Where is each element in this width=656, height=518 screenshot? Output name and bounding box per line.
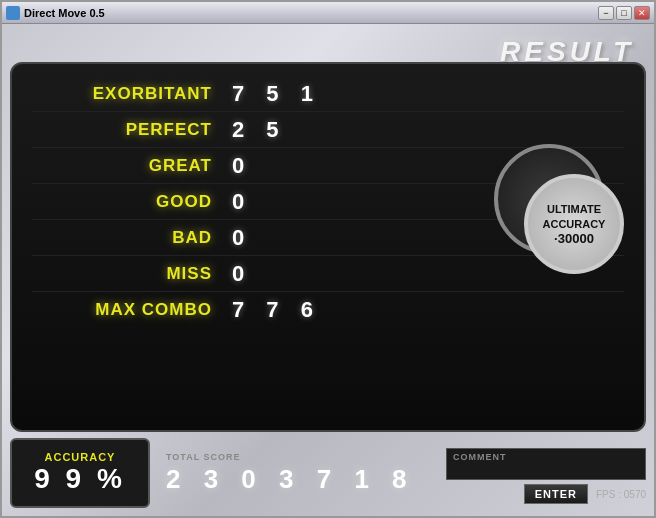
badge-inner-value: ·30000 — [554, 231, 594, 246]
badge-inner: ULTIMATEACCURACY ·30000 — [524, 174, 624, 274]
scoreboard: EXORBITANT 7 5 1 PERFECT 2 5 GREAT 0 GOO… — [10, 62, 646, 432]
total-score-section: TOTAL SCORE 2 3 0 3 7 1 8 — [150, 438, 446, 508]
app-icon — [6, 6, 20, 20]
score-row: MAX COMBO 7 7 6 — [32, 292, 624, 328]
accuracy-label: ACCURACY — [45, 451, 116, 463]
total-score-label: TOTAL SCORE — [166, 452, 446, 462]
score-value-4: 0 — [232, 225, 252, 251]
score-value-2: 0 — [232, 153, 252, 179]
score-row: EXORBITANT 7 5 1 — [32, 76, 624, 112]
score-label-3: GOOD — [32, 192, 232, 212]
score-row: PERFECT 2 5 — [32, 112, 624, 148]
bottom-row: ACCURACY 9 9 % TOTAL SCORE 2 3 0 3 7 1 8… — [10, 438, 646, 508]
score-label-5: MISS — [32, 264, 232, 284]
enter-button[interactable]: ENTER — [524, 484, 588, 504]
score-label-2: GREAT — [32, 156, 232, 176]
score-label-4: BAD — [32, 228, 232, 248]
fps-display: FPS : 0570 — [596, 489, 646, 500]
accuracy-panel: ACCURACY 9 9 % — [10, 438, 150, 508]
score-label-6: MAX COMBO — [32, 300, 232, 320]
comment-label: COMMENT — [453, 452, 507, 462]
accuracy-value: 9 9 % — [34, 463, 126, 495]
score-value-5: 0 — [232, 261, 252, 287]
comment-area[interactable]: COMMENT — [446, 448, 646, 480]
close-button[interactable]: ✕ — [634, 6, 650, 20]
maximize-button[interactable]: □ — [616, 6, 632, 20]
minimize-button[interactable]: − — [598, 6, 614, 20]
badge-inner-text: ULTIMATEACCURACY — [543, 202, 606, 231]
score-label-0: EXORBITANT — [32, 84, 232, 104]
badge-container: MAC ULTIMATEACCURACY ·30000 — [494, 144, 624, 274]
score-value-6: 7 7 6 — [232, 297, 321, 323]
window-title: Direct Move 0.5 — [24, 7, 105, 19]
score-value-0: 7 5 1 — [232, 81, 321, 107]
titlebar: Direct Move 0.5 − □ ✕ — [2, 2, 654, 24]
right-section: COMMENT ENTER FPS : 0570 — [446, 438, 646, 508]
titlebar-buttons: − □ ✕ — [598, 6, 650, 20]
main-window: Direct Move 0.5 − □ ✕ RESULT EXORBITANT … — [0, 0, 656, 518]
total-score-value: 2 3 0 3 7 1 8 — [166, 464, 446, 495]
score-label-1: PERFECT — [32, 120, 232, 140]
content-area: RESULT EXORBITANT 7 5 1 PERFECT 2 5 GREA… — [2, 24, 654, 516]
score-value-1: 2 5 — [232, 117, 287, 143]
score-value-3: 0 — [232, 189, 252, 215]
titlebar-left: Direct Move 0.5 — [6, 6, 105, 20]
